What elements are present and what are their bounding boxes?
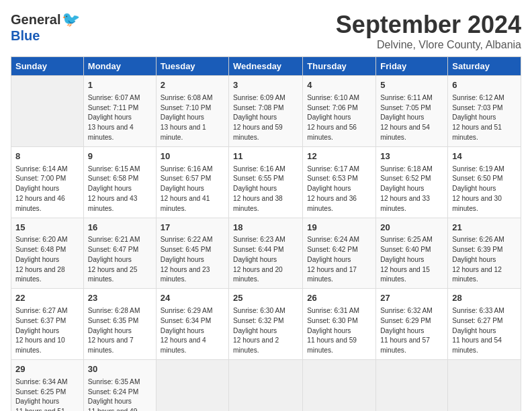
title-block: September 2024 Delvine, Vlore County, Al…	[336, 11, 521, 51]
sunrise-text: Sunrise: 6:16 AM	[161, 165, 213, 173]
location-title: Delvine, Vlore County, Albania	[336, 39, 521, 51]
daylight-label: Daylight hours	[380, 113, 424, 121]
sunrise-text: Sunrise: 6:14 AM	[15, 165, 68, 173]
header-wednesday: Wednesday	[229, 57, 303, 76]
table-row	[448, 360, 521, 412]
day-number: 14	[452, 150, 517, 163]
calendar-week-row: 8Sunrise: 6:14 AMSunset: 7:00 PMDaylight…	[11, 146, 521, 218]
daylight-value: 12 hours and 54 minutes.	[380, 124, 430, 141]
logo-bird-icon: 🐦	[62, 11, 80, 28]
sunrise-text: Sunrise: 6:20 AM	[15, 236, 68, 243]
sunrise-text: Sunrise: 6:27 AM	[15, 307, 68, 314]
day-number: 4	[307, 79, 371, 92]
day-number: 18	[233, 222, 298, 234]
sunrise-text: Sunrise: 6:31 AM	[307, 307, 359, 314]
sunset-text: Sunset: 6:25 PM	[15, 388, 66, 396]
daylight-label: Daylight hours	[380, 327, 424, 334]
daylight-value: 12 hours and 43 minutes.	[88, 195, 138, 212]
table-row: 1Sunrise: 6:07 AMSunset: 7:11 PMDaylight…	[83, 76, 156, 147]
sunrise-text: Sunrise: 6:21 AM	[88, 236, 140, 243]
calendar-header: Sunday Monday Tuesday Wednesday Thursday…	[11, 57, 521, 76]
table-row: 19Sunrise: 6:24 AMSunset: 6:42 PMDayligh…	[303, 218, 376, 289]
sunset-text: Sunset: 6:47 PM	[88, 246, 138, 253]
daylight-label: Daylight hours	[88, 113, 132, 121]
day-number: 6	[452, 79, 517, 92]
daylight-value: 12 hours and 12 minutes.	[452, 266, 502, 283]
sunset-text: Sunset: 6:58 PM	[88, 175, 138, 182]
sunset-text: Sunset: 7:03 PM	[452, 104, 502, 111]
daylight-label: Daylight hours	[161, 113, 204, 121]
daylight-value: 11 hours and 59 minutes.	[307, 336, 357, 354]
sunset-text: Sunset: 7:06 PM	[307, 104, 357, 111]
table-row: 14Sunrise: 6:19 AMSunset: 6:50 PMDayligh…	[448, 146, 521, 218]
day-number: 2	[161, 79, 224, 92]
sunrise-text: Sunrise: 6:30 AM	[233, 307, 285, 314]
sunrise-text: Sunrise: 6:25 AM	[380, 236, 433, 243]
daylight-value: 12 hours and 17 minutes.	[307, 266, 357, 283]
daylight-value: 12 hours and 23 minutes.	[161, 266, 210, 283]
day-number: 21	[452, 222, 517, 234]
day-number: 23	[88, 292, 152, 305]
table-row: 3Sunrise: 6:09 AMSunset: 7:08 PMDaylight…	[229, 76, 303, 147]
header-saturday: Saturday	[448, 57, 521, 76]
day-number: 3	[233, 79, 298, 92]
daylight-value: 12 hours and 30 minutes.	[452, 195, 502, 212]
day-number: 19	[307, 222, 371, 234]
daylight-label: Daylight hours	[452, 185, 496, 192]
daylight-label: Daylight hours	[452, 327, 496, 334]
day-number: 29	[15, 363, 79, 376]
daylight-value: 12 hours and 56 minutes.	[307, 124, 357, 141]
daylight-value: 12 hours and 59 minutes.	[233, 124, 283, 141]
table-row	[156, 360, 228, 412]
sunset-text: Sunset: 6:35 PM	[88, 317, 138, 324]
table-row: 28Sunrise: 6:33 AMSunset: 6:27 PMDayligh…	[448, 289, 521, 360]
daylight-label: Daylight hours	[88, 327, 132, 334]
table-row: 4Sunrise: 6:10 AMSunset: 7:06 PMDaylight…	[303, 76, 376, 147]
sunset-text: Sunset: 6:42 PM	[307, 246, 357, 253]
daylight-value: 12 hours and 7 minutes.	[88, 336, 134, 354]
table-row: 10Sunrise: 6:16 AMSunset: 6:57 PMDayligh…	[156, 146, 228, 218]
daylight-value: 11 hours and 54 minutes.	[452, 336, 502, 354]
daylight-label: Daylight hours	[161, 327, 204, 334]
sunrise-text: Sunrise: 6:18 AM	[380, 165, 433, 173]
sunset-text: Sunset: 7:10 PM	[161, 104, 211, 111]
daylight-label: Daylight hours	[88, 256, 132, 263]
sunrise-text: Sunrise: 6:34 AM	[15, 378, 68, 385]
sunrise-text: Sunrise: 6:22 AM	[161, 236, 213, 243]
table-row: 27Sunrise: 6:32 AMSunset: 6:29 PMDayligh…	[376, 289, 448, 360]
daylight-value: 11 hours and 49 minutes.	[88, 408, 138, 411]
sunset-text: Sunset: 6:52 PM	[380, 175, 431, 182]
daylight-value: 12 hours and 41 minutes.	[161, 195, 210, 212]
day-number: 28	[452, 292, 517, 305]
daylight-label: Daylight hours	[307, 256, 351, 263]
sunrise-text: Sunrise: 6:28 AM	[88, 307, 140, 314]
table-row	[376, 360, 448, 412]
table-row: 5Sunrise: 6:11 AMSunset: 7:05 PMDaylight…	[376, 76, 448, 147]
table-row	[229, 360, 303, 412]
daylight-label: Daylight hours	[452, 113, 496, 121]
calendar-week-row: 29Sunrise: 6:34 AMSunset: 6:25 PMDayligh…	[11, 360, 521, 412]
daylight-label: Daylight hours	[380, 185, 424, 192]
sunrise-text: Sunrise: 6:26 AM	[452, 236, 504, 243]
day-number: 10	[161, 150, 224, 163]
sunrise-text: Sunrise: 6:07 AM	[88, 94, 140, 101]
day-number: 13	[380, 150, 443, 163]
table-row: 15Sunrise: 6:20 AMSunset: 6:48 PMDayligh…	[11, 218, 84, 289]
daylight-value: 12 hours and 46 minutes.	[15, 195, 65, 212]
sunset-text: Sunset: 6:50 PM	[452, 175, 502, 182]
day-number: 17	[161, 222, 224, 234]
table-row: 30Sunrise: 6:35 AMSunset: 6:24 PMDayligh…	[83, 360, 156, 412]
logo-blue-text: Blue	[11, 28, 40, 44]
calendar-table: Sunday Monday Tuesday Wednesday Thursday…	[11, 56, 521, 411]
table-row: 12Sunrise: 6:17 AMSunset: 6:53 PMDayligh…	[303, 146, 376, 218]
daylight-label: Daylight hours	[233, 256, 277, 263]
daylight-value: 11 hours and 57 minutes.	[380, 336, 430, 354]
sunset-text: Sunset: 6:45 PM	[161, 246, 211, 253]
daylight-value: 12 hours and 20 minutes.	[233, 266, 283, 283]
sunrise-text: Sunrise: 6:24 AM	[307, 236, 359, 243]
sunrise-text: Sunrise: 6:08 AM	[161, 94, 213, 101]
sunset-text: Sunset: 6:29 PM	[380, 317, 431, 324]
daylight-value: 12 hours and 51 minutes.	[452, 124, 502, 141]
day-number: 20	[380, 222, 443, 234]
daylight-value: 12 hours and 10 minutes.	[15, 336, 65, 354]
